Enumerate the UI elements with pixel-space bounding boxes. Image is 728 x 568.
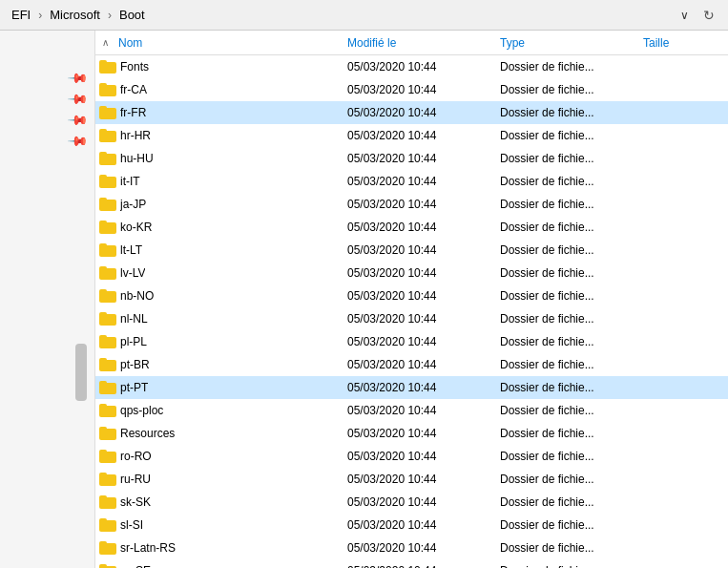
table-row[interactable]: lv-LV 05/03/2020 10:44 Dossier de fichie… bbox=[95, 262, 728, 284]
file-name-22: sv-SE bbox=[120, 564, 151, 568]
refresh-button[interactable]: ↻ bbox=[697, 4, 720, 27]
cell-name-4: hu-HU bbox=[95, 152, 343, 165]
breadcrumb-dropdown[interactable]: ∨ bbox=[675, 6, 694, 25]
file-name-3: hr-HR bbox=[120, 129, 151, 142]
cell-name-6: ja-JP bbox=[95, 198, 343, 211]
file-name-9: lv-LV bbox=[120, 266, 145, 280]
pin-icon-4[interactable]: 📌 bbox=[66, 128, 90, 152]
file-name-13: pt-BR bbox=[120, 358, 150, 371]
folder-icon-18 bbox=[99, 473, 116, 486]
table-row[interactable]: sv-SE 05/03/2020 10:44 Dossier de fichie… bbox=[95, 559, 728, 568]
table-row[interactable]: pl-PL 05/03/2020 10:44 Dossier de fichie… bbox=[95, 330, 728, 353]
cell-name-7: ko-KR bbox=[95, 221, 343, 234]
col-header-size-label[interactable]: Taille bbox=[639, 36, 673, 50]
table-row[interactable]: hr-HR 05/03/2020 10:44 Dossier de fichie… bbox=[95, 124, 728, 147]
table-row[interactable]: ru-RU 05/03/2020 10:44 Dossier de fichie… bbox=[95, 468, 728, 491]
folder-icon-10 bbox=[99, 289, 116, 303]
cell-name-13: pt-BR bbox=[95, 358, 343, 371]
col-header-modified[interactable]: Modifié le bbox=[343, 35, 496, 50]
folder-icon-16 bbox=[99, 427, 116, 440]
cell-name-5: it-IT bbox=[95, 175, 343, 188]
file-name-14: pt-PT bbox=[120, 381, 148, 394]
file-name-18: ru-RU bbox=[120, 473, 151, 486]
breadcrumb-microsoft[interactable]: Microsoft bbox=[46, 6, 104, 24]
cell-type-18: Dossier de fichie... bbox=[496, 473, 639, 486]
table-row[interactable]: Fonts 05/03/2020 10:44 Dossier de fichie… bbox=[95, 55, 728, 78]
cell-date-6: 05/03/2020 10:44 bbox=[343, 198, 496, 211]
cell-name-10: nb-NO bbox=[95, 289, 343, 303]
folder-icon-11 bbox=[99, 312, 116, 326]
table-row[interactable]: sr-Latn-RS 05/03/2020 10:44 Dossier de f… bbox=[95, 536, 728, 559]
cell-name-9: lv-LV bbox=[95, 266, 343, 280]
table-row[interactable]: fr-FR 05/03/2020 10:44 Dossier de fichie… bbox=[95, 101, 728, 124]
file-name-6: ja-JP bbox=[120, 198, 146, 211]
cell-date-18: 05/03/2020 10:44 bbox=[343, 473, 496, 486]
cell-date-22: 05/03/2020 10:44 bbox=[343, 564, 496, 568]
breadcrumb-boot[interactable]: Boot bbox=[115, 6, 149, 24]
table-row[interactable]: it-IT 05/03/2020 10:44 Dossier de fichie… bbox=[95, 170, 728, 193]
cell-type-16: Dossier de fichie... bbox=[496, 427, 639, 440]
table-row[interactable]: nb-NO 05/03/2020 10:44 Dossier de fichie… bbox=[95, 284, 728, 307]
table-row[interactable]: Resources 05/03/2020 10:44 Dossier de fi… bbox=[95, 422, 728, 445]
folder-icon-14 bbox=[99, 381, 116, 394]
table-row[interactable]: ko-KR 05/03/2020 10:44 Dossier de fichie… bbox=[95, 216, 728, 239]
cell-date-8: 05/03/2020 10:44 bbox=[343, 243, 496, 257]
table-row[interactable]: pt-BR 05/03/2020 10:44 Dossier de fichie… bbox=[95, 353, 728, 376]
cell-type-10: Dossier de fichie... bbox=[496, 289, 639, 303]
folder-icon-2 bbox=[99, 106, 116, 119]
col-header-type[interactable]: Type bbox=[496, 35, 639, 50]
folder-icon-21 bbox=[99, 541, 116, 555]
folder-icon-9 bbox=[99, 266, 116, 280]
cell-name-16: Resources bbox=[95, 427, 343, 440]
cell-type-12: Dossier de fichie... bbox=[496, 335, 639, 348]
cell-type-0: Dossier de fichie... bbox=[496, 60, 639, 74]
cell-name-8: lt-LT bbox=[95, 243, 343, 257]
table-row[interactable]: hu-HU 05/03/2020 10:44 Dossier de fichie… bbox=[95, 147, 728, 170]
col-header-size[interactable]: Taille bbox=[639, 35, 716, 50]
file-name-0: Fonts bbox=[120, 60, 149, 74]
col-header-modified-label[interactable]: Modifié le bbox=[343, 36, 400, 50]
cell-type-9: Dossier de fichie... bbox=[496, 266, 639, 280]
folder-icon-19 bbox=[99, 495, 116, 509]
table-row[interactable]: ja-JP 05/03/2020 10:44 Dossier de fichie… bbox=[95, 193, 728, 216]
table-row[interactable]: fr-CA 05/03/2020 10:44 Dossier de fichie… bbox=[95, 78, 728, 101]
table-row[interactable]: sl-SI 05/03/2020 10:44 Dossier de fichie… bbox=[95, 514, 728, 536]
folder-icon-3 bbox=[99, 129, 116, 142]
cell-type-11: Dossier de fichie... bbox=[496, 312, 639, 326]
file-name-20: sl-SI bbox=[120, 518, 143, 532]
file-name-2: fr-FR bbox=[120, 106, 146, 119]
table-row[interactable]: qps-ploc 05/03/2020 10:44 Dossier de fic… bbox=[95, 399, 728, 422]
cell-name-21: sr-Latn-RS bbox=[95, 541, 343, 555]
file-rows-container: Fonts 05/03/2020 10:44 Dossier de fichie… bbox=[95, 55, 728, 568]
cell-type-6: Dossier de fichie... bbox=[496, 198, 639, 211]
file-name-11: nl-NL bbox=[120, 312, 148, 326]
folder-icon-22 bbox=[99, 564, 116, 568]
cell-name-20: sl-SI bbox=[95, 518, 343, 532]
column-headers: ∧ Nom Modifié le Type Taille bbox=[95, 31, 728, 55]
col-header-name[interactable]: ∧ Nom bbox=[95, 36, 343, 50]
table-row[interactable]: ro-RO 05/03/2020 10:44 Dossier de fichie… bbox=[95, 445, 728, 468]
cell-name-17: ro-RO bbox=[95, 450, 343, 463]
col-header-type-label[interactable]: Type bbox=[496, 36, 529, 50]
table-row[interactable]: sk-SK 05/03/2020 10:44 Dossier de fichie… bbox=[95, 491, 728, 514]
file-list-content[interactable]: ∧ Nom Modifié le Type Taille Fonts 05/03… bbox=[95, 31, 728, 568]
cell-date-5: 05/03/2020 10:44 bbox=[343, 175, 496, 188]
cell-date-16: 05/03/2020 10:44 bbox=[343, 427, 496, 440]
cell-date-9: 05/03/2020 10:44 bbox=[343, 266, 496, 280]
cell-date-4: 05/03/2020 10:44 bbox=[343, 152, 496, 165]
table-row[interactable]: nl-NL 05/03/2020 10:44 Dossier de fichie… bbox=[95, 307, 728, 330]
file-name-21: sr-Latn-RS bbox=[120, 541, 176, 555]
table-row[interactable]: pt-PT 05/03/2020 10:44 Dossier de fichie… bbox=[95, 376, 728, 399]
cell-type-14: Dossier de fichie... bbox=[496, 381, 639, 394]
breadcrumb-efi[interactable]: EFI bbox=[8, 6, 34, 24]
main-layout: 📌 📌 📌 📌 ∧ Nom Modifié le Type Taille bbox=[0, 31, 728, 568]
cell-date-13: 05/03/2020 10:44 bbox=[343, 358, 496, 371]
col-header-nom-label[interactable]: Nom bbox=[114, 36, 146, 50]
table-row[interactable]: lt-LT 05/03/2020 10:44 Dossier de fichie… bbox=[95, 239, 728, 262]
cell-date-10: 05/03/2020 10:44 bbox=[343, 289, 496, 303]
cell-name-18: ru-RU bbox=[95, 473, 343, 486]
folder-icon-4 bbox=[99, 152, 116, 165]
file-name-7: ko-KR bbox=[120, 221, 152, 234]
cell-name-3: hr-HR bbox=[95, 129, 343, 142]
cell-type-19: Dossier de fichie... bbox=[496, 495, 639, 509]
